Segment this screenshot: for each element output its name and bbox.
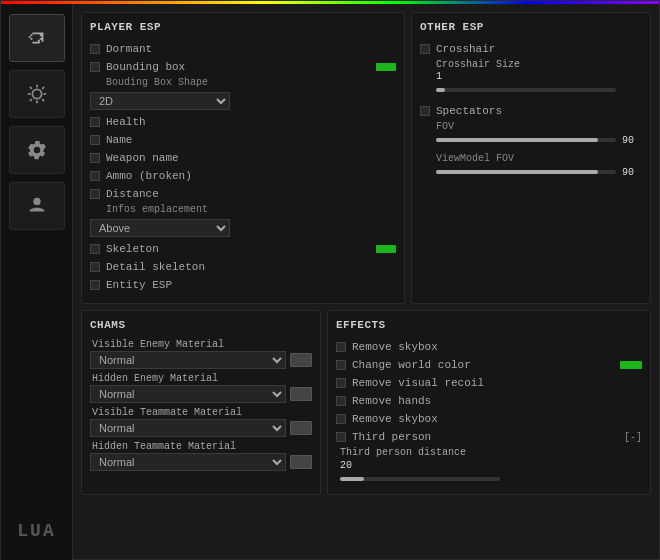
svg-point-0 bbox=[32, 89, 41, 98]
chams-title: Chams bbox=[90, 319, 312, 331]
remove-skybox-label2: Remove skybox bbox=[352, 413, 438, 425]
player-icon bbox=[26, 195, 48, 217]
dormant-checkbox[interactable] bbox=[90, 44, 100, 54]
svg-line-7 bbox=[29, 99, 31, 101]
change-world-color-label: Change world color bbox=[352, 359, 471, 371]
bounding-box-indicator bbox=[376, 63, 396, 71]
hidden-enemy-dropdown[interactable]: Normal bbox=[90, 385, 286, 403]
crosshair-size-value: 1 bbox=[436, 71, 642, 82]
fov-slider[interactable]: 90 bbox=[436, 133, 642, 147]
visible-enemy-material-row: Visible Enemy Material Normal bbox=[90, 339, 312, 369]
third-person-distance-label: Third person distance bbox=[340, 447, 642, 458]
visible-teammate-material-row: Visible Teammate Material Normal bbox=[90, 407, 312, 437]
brightness-icon bbox=[26, 83, 48, 105]
entity-esp-label: Entity ESP bbox=[106, 279, 172, 291]
other-esp-panel: Other ESP Crosshair Crosshair Size 1 bbox=[411, 12, 651, 304]
sidebar-item-player[interactable] bbox=[9, 182, 65, 230]
svg-point-9 bbox=[33, 198, 40, 205]
distance-checkbox[interactable] bbox=[90, 189, 100, 199]
bounding-box-checkbox[interactable] bbox=[90, 62, 100, 72]
sidebar-item-brightness[interactable] bbox=[9, 70, 65, 118]
visible-teammate-dropdown-row: Normal bbox=[90, 419, 312, 437]
skeleton-indicator bbox=[376, 245, 396, 253]
viewmodel-fov-slider[interactable]: 90 bbox=[436, 165, 642, 179]
remove-skybox-label1: Remove skybox bbox=[352, 341, 438, 353]
ammo-label: Ammo (broken) bbox=[106, 170, 192, 182]
top-panels: Player ESP Dormant Bounding box Bouding … bbox=[81, 12, 651, 304]
hidden-teammate-dropdown[interactable]: Normal bbox=[90, 453, 286, 471]
remove-hands-row: Remove hands bbox=[336, 393, 642, 409]
remove-skybox-row1: Remove skybox bbox=[336, 339, 642, 355]
sidebar-item-gun[interactable] bbox=[9, 14, 65, 62]
spectators-checkbox[interactable] bbox=[420, 106, 430, 116]
third-person-distance-slider[interactable] bbox=[340, 472, 642, 486]
visible-enemy-material-label: Visible Enemy Material bbox=[92, 339, 312, 350]
crosshair-size-label: Crosshair Size bbox=[436, 59, 642, 70]
entity-esp-row: Entity ESP bbox=[90, 277, 396, 293]
entity-esp-checkbox[interactable] bbox=[90, 280, 100, 290]
health-checkbox[interactable] bbox=[90, 117, 100, 127]
hidden-teammate-dropdown-row: Normal bbox=[90, 453, 312, 471]
visible-enemy-indicator bbox=[290, 353, 312, 367]
viewmodel-fov-label: ViewModel FOV bbox=[436, 153, 642, 164]
bottom-panels: Chams Visible Enemy Material Normal Hidd… bbox=[81, 310, 651, 495]
skeleton-label: Skeleton bbox=[106, 243, 159, 255]
ammo-checkbox[interactable] bbox=[90, 171, 100, 181]
chams-panel: Chams Visible Enemy Material Normal Hidd… bbox=[81, 310, 321, 495]
name-row: Name bbox=[90, 132, 396, 148]
hidden-enemy-material-label: Hidden Enemy Material bbox=[92, 373, 312, 384]
hidden-teammate-material-row: Hidden Teammate Material Normal bbox=[90, 441, 312, 471]
svg-line-8 bbox=[42, 87, 44, 89]
remove-hands-checkbox[interactable] bbox=[336, 396, 346, 406]
skeleton-checkbox[interactable] bbox=[90, 244, 100, 254]
third-person-checkbox[interactable] bbox=[336, 432, 346, 442]
bounding-box-row: Bounding box bbox=[90, 59, 396, 75]
crosshair-row: Crosshair bbox=[420, 41, 642, 57]
crosshair-size-row: Crosshair Size 1 bbox=[420, 59, 642, 97]
detail-skeleton-checkbox[interactable] bbox=[90, 262, 100, 272]
visible-enemy-dropdown[interactable]: Normal bbox=[90, 351, 286, 369]
ammo-row: Ammo (broken) bbox=[90, 168, 396, 184]
dormant-label: Dormant bbox=[106, 43, 152, 55]
info-placement-dropdown[interactable]: Above bbox=[90, 219, 230, 237]
fov-row: FOV 90 bbox=[420, 121, 642, 147]
remove-skybox-checkbox1[interactable] bbox=[336, 342, 346, 352]
hidden-teammate-material-label: Hidden Teammate Material bbox=[92, 441, 312, 452]
hidden-enemy-indicator bbox=[290, 387, 312, 401]
effects-title: Effects bbox=[336, 319, 642, 331]
change-world-color-checkbox[interactable] bbox=[336, 360, 346, 370]
viewmodel-fov-value: 90 bbox=[622, 167, 634, 178]
hidden-enemy-dropdown-row: Normal bbox=[90, 385, 312, 403]
gun-icon bbox=[26, 27, 48, 49]
remove-visual-recoil-label: Remove visual recoil bbox=[352, 377, 484, 389]
visible-teammate-dropdown[interactable]: Normal bbox=[90, 419, 286, 437]
bounding-box-label: Bounding box bbox=[106, 61, 185, 73]
weapon-name-label: Weapon name bbox=[106, 152, 179, 164]
crosshair-size-slider[interactable] bbox=[436, 83, 642, 97]
sidebar-item-settings[interactable] bbox=[9, 126, 65, 174]
other-esp-title: Other ESP bbox=[420, 21, 642, 33]
change-world-color-row: Change world color bbox=[336, 357, 642, 373]
remove-skybox-checkbox2[interactable] bbox=[336, 414, 346, 424]
third-person-distance-row: Third person distance 20 bbox=[340, 447, 642, 486]
viewmodel-fov-row: ViewModel FOV 90 bbox=[420, 153, 642, 179]
remove-visual-recoil-checkbox[interactable] bbox=[336, 378, 346, 388]
settings-icon bbox=[26, 139, 48, 161]
svg-line-6 bbox=[42, 99, 44, 101]
third-person-bracket[interactable]: [-] bbox=[624, 432, 642, 443]
spectators-label: Spectators bbox=[436, 105, 502, 117]
name-checkbox[interactable] bbox=[90, 135, 100, 145]
name-label: Name bbox=[106, 134, 132, 146]
skeleton-row: Skeleton bbox=[90, 241, 396, 257]
hidden-teammate-indicator bbox=[290, 455, 312, 469]
crosshair-checkbox[interactable] bbox=[420, 44, 430, 54]
weapon-name-checkbox[interactable] bbox=[90, 153, 100, 163]
remove-skybox-row2: Remove skybox bbox=[336, 411, 642, 427]
rainbow-border bbox=[1, 1, 659, 4]
outer-border: LUA Player ESP Dormant Bounding box bbox=[0, 0, 660, 560]
remove-visual-recoil-row: Remove visual recoil bbox=[336, 375, 642, 391]
lua-label: LUA bbox=[17, 521, 55, 541]
bbox-shape-dropdown[interactable]: 2D bbox=[90, 92, 230, 110]
bbox-shape-label: Bouding Box Shape bbox=[106, 77, 396, 88]
change-world-color-toggle bbox=[620, 361, 642, 369]
